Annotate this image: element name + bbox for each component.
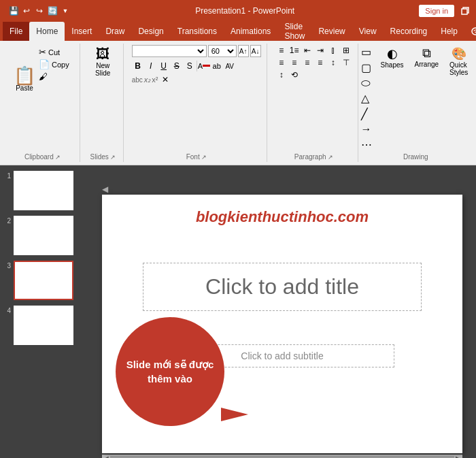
paste-icon: 📋	[14, 67, 35, 84]
shape-more[interactable]: ⋯	[360, 137, 373, 152]
slide-canvas[interactable]: blogkienthuctinhoc.com Click to add titl…	[102, 195, 462, 453]
shadow-button[interactable]: S	[184, 60, 196, 72]
shape-rect[interactable]: ▭	[360, 45, 372, 59]
clipboard-expand-icon[interactable]: ↗	[55, 154, 61, 161]
tab-review[interactable]: Review	[311, 22, 352, 41]
restore-button[interactable]	[460, 5, 471, 16]
shape-line[interactable]: ╱	[360, 107, 369, 121]
new-slide-icon: 🖼	[96, 46, 109, 62]
new-slide-button[interactable]: 🖼 New Slide	[90, 45, 115, 78]
tab-insert[interactable]: Insert	[65, 22, 99, 41]
tab-design[interactable]: Design	[131, 22, 170, 41]
decrease-font-button[interactable]: A↓	[250, 45, 261, 57]
slide-num-2: 2	[3, 217, 11, 225]
slide-thumb-3: 3	[3, 261, 86, 300]
font-name-select[interactable]	[132, 45, 207, 57]
char-spacing-button[interactable]: AV	[224, 60, 236, 72]
slide-panel: 1 2 3 4	[0, 165, 88, 458]
align-text-button[interactable]: ⊤	[340, 57, 352, 68]
ribbon-tabs: File Home Insert Draw Design Transitions…	[0, 22, 476, 41]
italic-button[interactable]: I	[145, 60, 157, 72]
slide-num-4: 4	[3, 307, 11, 314]
tab-slideshow[interactable]: Slide Show	[277, 22, 311, 41]
undo-icon[interactable]: ↩	[21, 5, 32, 16]
slide-thumb-4: 4	[3, 306, 86, 345]
columns-button[interactable]: ⫿	[327, 45, 339, 56]
shapes-button[interactable]: ◐ Shapes	[378, 45, 407, 70]
tab-home[interactable]: Home	[29, 22, 65, 41]
numbering-button[interactable]: 1≡	[288, 45, 301, 56]
separator	[197, 61, 197, 71]
save-icon[interactable]: 💾	[8, 5, 19, 16]
quick-styles-button[interactable]: 🎨 Quick Styles	[447, 45, 471, 78]
font-color-button[interactable]: A	[198, 60, 210, 72]
tab-animations[interactable]: Animations	[224, 22, 277, 41]
slide-thumbnail-2[interactable]	[14, 216, 73, 255]
align-center-button[interactable]: ≡	[288, 57, 301, 68]
font-expand-icon[interactable]: ↗	[201, 154, 207, 161]
canvas-area: ◀ blogkienthuctinhoc.com Click to add ti…	[88, 165, 476, 458]
slide-thumbnail-4[interactable]	[14, 306, 73, 345]
underline-button[interactable]: U	[158, 60, 170, 72]
highlight-button[interactable]: ab	[211, 60, 223, 72]
tab-help[interactable]: Help	[434, 22, 464, 41]
redo-icon[interactable]: ↪	[34, 5, 45, 16]
paragraph-group: ≡ 1≡ ⇤ ⇥ ⫿ ⊞ ≡ ≡ ≡ ≡ ↕ ⊤ ↕ ⟲ Paragraph	[270, 44, 358, 162]
cut-button[interactable]: ✂ Cut	[37, 46, 71, 58]
signin-button[interactable]: Sign in	[419, 5, 454, 17]
increase-indent-button[interactable]: ⇥	[314, 45, 326, 56]
slide-num-1: 1	[3, 172, 11, 180]
justify-button[interactable]: ≡	[314, 57, 326, 68]
tab-transitions[interactable]: Transitions	[171, 22, 224, 41]
shapes-icon: ◐	[387, 46, 398, 61]
shape-rounded-rect[interactable]: ▢	[360, 61, 372, 75]
h-scrollbar[interactable]: ◀ ▶	[102, 455, 462, 459]
clipboard-label: Clipboard ↗	[11, 153, 74, 161]
slide-thumb-2: 2	[3, 216, 86, 255]
shape-triangle[interactable]: △	[360, 91, 370, 105]
copy-button[interactable]: 📄 Copy	[37, 59, 71, 70]
main-area: 1 2 3 4 ◀ blogkienthuctinhoc.com	[0, 165, 476, 458]
bullets-button[interactable]: ≡	[275, 45, 288, 56]
paragraph-expand-icon[interactable]: ↗	[328, 154, 333, 161]
decrease-indent-button[interactable]: ⇤	[301, 45, 313, 56]
tab-view[interactable]: View	[352, 22, 384, 41]
tab-draw[interactable]: Draw	[99, 22, 131, 41]
clipboard-group: 📋 Paste ✂ Cut 📄 Copy 🖌 Clipboard ↗	[5, 44, 80, 162]
align-left-button[interactable]: ≡	[275, 57, 288, 68]
shape-oval[interactable]: ⬭	[360, 76, 371, 90]
convert-smartart-button[interactable]: ⟲	[288, 69, 301, 80]
scroll-left-arrow[interactable]: ◀	[102, 455, 110, 458]
title-placeholder[interactable]: Click to add title	[143, 263, 422, 311]
text-direction-button[interactable]: ↕	[327, 57, 339, 68]
increase-font-button[interactable]: A↑	[238, 45, 249, 57]
line-spacing-button[interactable]: ↕	[275, 69, 288, 80]
format-painter-button[interactable]: 🖌	[37, 71, 71, 82]
slide-num-3: 3	[3, 262, 11, 269]
scroll-left-button[interactable]: ◀	[102, 184, 108, 194]
tab-recording[interactable]: Recording	[384, 22, 435, 41]
quick-access-toolbar: 💾 ↩ ↪ 🔄 ▼	[8, 5, 71, 16]
slide-thumbnail-3[interactable]	[14, 261, 73, 300]
bold-button[interactable]: B	[132, 60, 144, 72]
dropdown-icon[interactable]: ▼	[60, 5, 71, 16]
slide-thumbnail-1[interactable]	[14, 171, 73, 210]
clear-format-button[interactable]: ✕	[159, 73, 171, 86]
slides-group: 🖼 New Slide Slides ↗	[83, 44, 124, 162]
slide-thumb-1: 1	[3, 171, 86, 210]
slides-expand-icon[interactable]: ↗	[110, 154, 116, 161]
drawing-group: ▭ ▢ ⬭ △ ╱ → ⋯ ◐ Shapes ⧉ Arrange	[361, 44, 471, 162]
font-size-select[interactable]: 60	[208, 45, 237, 57]
tab-file[interactable]: File	[3, 22, 29, 41]
paste-button[interactable]: 📋 Paste ✂ Cut 📄 Copy 🖌	[11, 45, 74, 93]
strikethrough-button[interactable]: S	[171, 60, 183, 72]
smart-art-button[interactable]: ⊞	[340, 45, 352, 56]
scroll-right-arrow[interactable]: ▶	[454, 455, 462, 458]
font-label: Font ↗	[132, 153, 261, 161]
refresh-icon[interactable]: 🔄	[47, 5, 58, 16]
title-bar: 💾 ↩ ↪ 🔄 ▼ Presentation1 - PowerPoint Sig…	[0, 0, 476, 22]
shape-arrow[interactable]: →	[360, 122, 373, 136]
tab-tell[interactable]: Tell	[464, 22, 476, 41]
align-right-button[interactable]: ≡	[301, 57, 313, 68]
arrange-button[interactable]: ⧉ Arrange	[412, 45, 442, 69]
